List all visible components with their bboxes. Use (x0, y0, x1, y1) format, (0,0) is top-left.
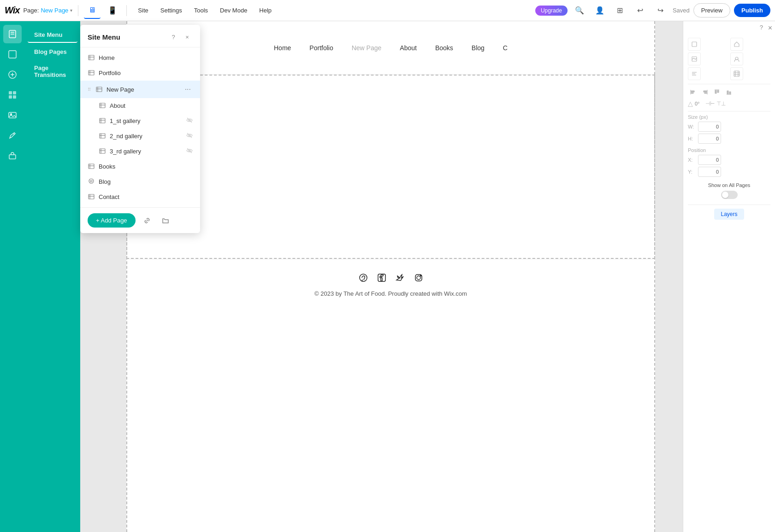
portfolio-page-icon (88, 69, 95, 77)
svg-point-50 (360, 274, 367, 281)
nav-portfolio[interactable]: Portfolio (309, 42, 333, 53)
sidebar-icon-pages[interactable] (3, 25, 22, 43)
align-right-icon[interactable] (700, 87, 710, 97)
desktop-view-button[interactable]: 🖥 (84, 2, 101, 19)
align-bottom-icon[interactable] (724, 87, 734, 97)
rp-icon-1[interactable] (688, 38, 701, 51)
nav-tools[interactable]: Tools (189, 4, 213, 17)
pages-panel-site-menu[interactable]: Site Menu (28, 28, 77, 43)
upgrade-badge[interactable]: Upgrade (535, 6, 568, 16)
nav-about[interactable]: About (400, 42, 417, 53)
sidebar-icon-apps[interactable] (3, 86, 22, 104)
add-page-button[interactable]: + Add Page (88, 213, 136, 228)
distribute-h-icon[interactable]: ⊣⊢ (705, 100, 715, 107)
pages-panel-blog-pages[interactable]: Blog Pages (28, 45, 77, 59)
svg-rect-7 (9, 91, 12, 94)
nav-books[interactable]: Books (435, 42, 453, 53)
svg-rect-32 (100, 134, 105, 138)
undo-button[interactable]: ↩ (632, 2, 649, 19)
2nd-gallery-icon (99, 132, 106, 140)
preview-button[interactable]: Preview (693, 3, 730, 18)
about-page-icon (99, 102, 106, 110)
distribute-v-icon[interactable]: ⊤⊥ (716, 100, 726, 107)
menu-item-about[interactable]: About (80, 98, 200, 113)
width-input[interactable] (698, 122, 721, 132)
right-panel-close-button[interactable]: × (768, 24, 772, 32)
site-menu-help-button[interactable]: ? (168, 31, 179, 42)
pinterest-icon[interactable] (359, 273, 368, 285)
nav-site[interactable]: Site (132, 4, 154, 17)
rp-icon-5[interactable] (688, 67, 701, 80)
svg-rect-67 (691, 91, 694, 92)
pages-panel-transitions[interactable]: Page Transitions (28, 61, 77, 82)
menu-item-new-page[interactable]: ⠿ New Page ··· (80, 81, 200, 98)
sidebar-icon-add[interactable] (3, 65, 22, 84)
y-input[interactable] (698, 167, 721, 177)
folder-icon-button[interactable] (159, 214, 172, 228)
sidebar-icon-media[interactable] (3, 106, 22, 124)
right-panel-help-button[interactable]: ? (760, 24, 763, 31)
svg-rect-42 (89, 164, 94, 169)
site-menu-close-button[interactable]: × (182, 31, 193, 42)
books-page-icon (88, 163, 95, 170)
svg-rect-71 (704, 93, 707, 94)
nav-blog[interactable]: Blog (472, 42, 485, 53)
redo-button[interactable]: ↪ (652, 2, 669, 19)
sidebar-icon-blog[interactable] (3, 126, 22, 145)
menu-item-blog[interactable]: Blog (80, 174, 200, 189)
align-top-icon[interactable] (712, 87, 722, 97)
svg-rect-61 (734, 71, 740, 76)
rp-icon-4[interactable] (730, 53, 743, 65)
align-left-icon[interactable] (688, 87, 698, 97)
sidebar-icon-store[interactable] (3, 146, 22, 165)
home-page-icon (88, 54, 95, 62)
current-page-name[interactable]: New Page (41, 7, 68, 14)
x-input[interactable] (698, 155, 721, 165)
menu-item-1st-gallery[interactable]: 1_st gallery (80, 113, 200, 129)
link-icon-button[interactable] (140, 214, 154, 228)
nav-c[interactable]: C (503, 42, 508, 53)
menu-item-contact[interactable]: Contact (80, 189, 200, 205)
show-all-pages-toggle[interactable] (721, 191, 738, 199)
footer-social-icons (359, 273, 423, 285)
show-all-pages-label: Show on All Pages (688, 182, 770, 188)
mobile-view-button[interactable]: 📱 (104, 2, 121, 19)
nav-settings[interactable]: Settings (155, 4, 188, 17)
svg-rect-14 (9, 155, 16, 159)
menu-item-books[interactable]: Books (80, 159, 200, 174)
nav-devmode[interactable]: Dev Mode (214, 4, 253, 17)
contact-page-icon (88, 193, 95, 201)
instagram-icon[interactable] (414, 273, 423, 285)
social-button[interactable]: 👤 (592, 2, 608, 19)
facebook-icon[interactable] (377, 273, 386, 285)
rp-icon-2[interactable] (730, 38, 743, 51)
page-chevron-icon[interactable]: ▾ (70, 8, 72, 13)
layout-button[interactable]: ⊞ (612, 2, 628, 19)
search-button[interactable]: 🔍 (571, 2, 588, 19)
nav-new-page[interactable]: New Page (352, 42, 382, 53)
nav-home[interactable]: Home (274, 42, 291, 53)
svg-rect-68 (691, 93, 693, 94)
svg-rect-47 (89, 194, 94, 199)
svg-rect-76 (727, 91, 728, 94)
twitter-icon[interactable] (396, 273, 405, 285)
1st-gallery-icon (99, 117, 106, 125)
nav-help[interactable]: Help (254, 4, 277, 17)
menu-item-3rd-gallery[interactable]: 3_rd gallery (80, 144, 200, 159)
angle-value: 0° (695, 101, 700, 106)
menu-item-more-button[interactable]: ··· (183, 84, 193, 94)
publish-button[interactable]: Publish (734, 4, 770, 17)
menu-item-portfolio[interactable]: Portfolio (80, 65, 200, 81)
menu-item-home[interactable]: Home (80, 50, 200, 65)
menu-item-portfolio-label: Portfolio (99, 70, 193, 76)
sidebar-icon-design[interactable] (3, 45, 22, 64)
rp-icon-3[interactable] (688, 53, 701, 65)
topbar-divider-2 (126, 5, 127, 16)
menu-item-2nd-gallery[interactable]: 2_nd gallery (80, 129, 200, 144)
height-input[interactable] (698, 134, 721, 144)
layers-button[interactable]: Layers (714, 209, 744, 220)
rp-icon-6[interactable] (730, 67, 743, 80)
size-label: Size (px) (688, 114, 770, 120)
svg-rect-70 (704, 91, 707, 92)
menu-item-books-label: Books (99, 163, 193, 170)
